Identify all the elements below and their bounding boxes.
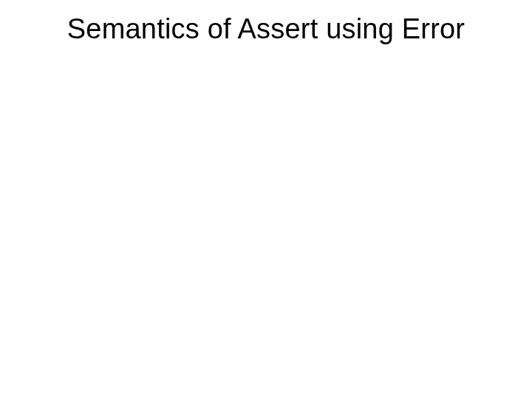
slide: Semantics of Assert using Error bbox=[0, 0, 532, 399]
slide-title: Semantics of Assert using Error bbox=[0, 13, 532, 45]
